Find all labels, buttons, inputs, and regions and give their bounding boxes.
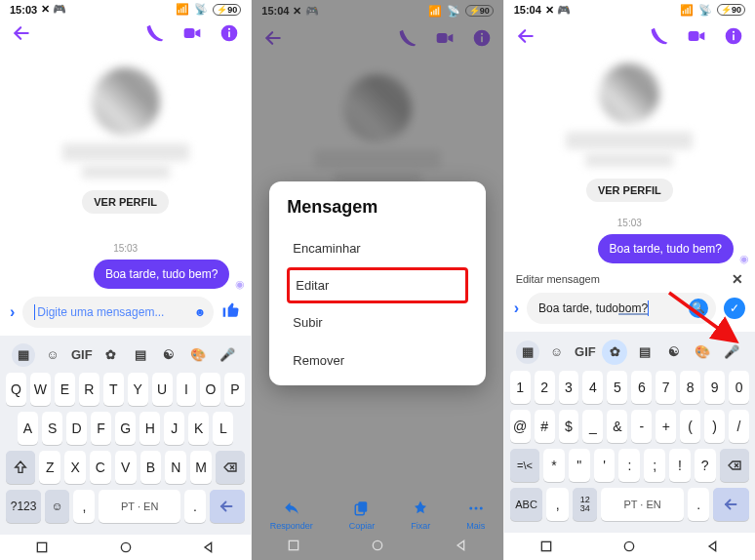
nav-recent-icon[interactable]	[538, 539, 554, 554]
message-input[interactable]: Digite uma mensagem... ☻	[22, 297, 214, 328]
key-f[interactable]: F	[91, 412, 111, 445]
key-6[interactable]: 6	[631, 371, 652, 404]
back-button[interactable]	[12, 23, 31, 47]
key-3[interactable]: 3	[559, 371, 579, 404]
key-q[interactable]: Q	[6, 373, 26, 406]
key-t[interactable]: T	[103, 373, 124, 406]
option-forward[interactable]: Encaminhar	[287, 229, 467, 267]
key-u[interactable]: U	[152, 373, 173, 406]
key-o[interactable]: O	[200, 373, 220, 406]
period-key[interactable]: .	[688, 488, 710, 521]
sticker-icon[interactable]: ☺	[41, 344, 64, 366]
voice-call-button[interactable]	[145, 23, 165, 47]
key-1[interactable]: 1	[510, 371, 531, 404]
key-star[interactable]: *	[543, 449, 565, 482]
key-minus[interactable]: -	[631, 410, 652, 443]
key-s[interactable]: S	[42, 412, 62, 445]
sym-shift-key[interactable]: =\<	[510, 449, 539, 482]
option-bump[interactable]: Subir	[287, 303, 467, 341]
shift-key[interactable]	[6, 451, 35, 484]
voice-call-button[interactable]	[650, 26, 669, 50]
comma-key[interactable]: ,	[73, 490, 95, 523]
key-l[interactable]: L	[213, 412, 233, 445]
composer-expand-button[interactable]: ›	[10, 303, 15, 321]
nav-back-icon[interactable]	[201, 540, 217, 555]
keyboard-menu-icon[interactable]: ▦	[12, 343, 35, 367]
key-m[interactable]: M	[190, 451, 212, 484]
key-plus[interactable]: +	[656, 410, 676, 443]
key-slash[interactable]: /	[729, 410, 749, 443]
key-e[interactable]: E	[55, 373, 75, 406]
key-j[interactable]: J	[164, 412, 184, 445]
key-b[interactable]: B	[140, 451, 162, 484]
key-z[interactable]: Z	[39, 451, 60, 484]
key-i[interactable]: I	[177, 373, 197, 406]
settings-icon[interactable]: ✿	[602, 340, 627, 365]
key-k[interactable]: K	[188, 412, 209, 445]
thumbs-up-button[interactable]	[221, 300, 241, 324]
key-d[interactable]: D	[66, 412, 87, 445]
view-profile-button[interactable]: VER PERFIL	[82, 190, 169, 214]
video-call-button[interactable]	[182, 23, 202, 47]
key-8[interactable]: 8	[680, 371, 700, 404]
key-2[interactable]: 2	[535, 371, 555, 404]
key-x[interactable]: X	[64, 451, 86, 484]
option-remove[interactable]: Remover	[287, 341, 467, 380]
abc-key[interactable]: ABC	[510, 488, 543, 521]
fraction-key[interactable]: 1234	[573, 488, 597, 521]
clipboard-icon[interactable]: ▤	[129, 344, 152, 366]
view-profile-button[interactable]: VER PERFIL	[586, 179, 673, 202]
key-c[interactable]: C	[90, 451, 111, 484]
nav-home-icon[interactable]	[370, 538, 385, 553]
contact-avatar[interactable]	[599, 63, 659, 124]
nav-back-icon[interactable]	[454, 538, 469, 553]
sent-message-bubble[interactable]: Boa tarde, tudo bem? ◉	[94, 260, 229, 289]
sticker-icon[interactable]: ☺	[544, 341, 568, 363]
translate-icon[interactable]: ☯	[157, 344, 180, 366]
key-0[interactable]: 0	[729, 371, 749, 404]
nav-recent-icon[interactable]	[34, 540, 50, 555]
backspace-key[interactable]	[216, 451, 245, 484]
back-button[interactable]	[516, 26, 536, 50]
info-button[interactable]	[724, 26, 743, 50]
key-p[interactable]: P	[224, 373, 245, 406]
key-w[interactable]: W	[30, 373, 51, 406]
keyboard-menu-icon[interactable]: ▦	[516, 340, 539, 364]
mic-icon[interactable]: 🎤	[216, 344, 239, 366]
enter-key[interactable]	[713, 488, 749, 521]
emoji-key[interactable]: ☺	[45, 490, 69, 523]
key-underscore[interactable]: _	[582, 410, 603, 443]
settings-icon[interactable]: ✿	[99, 344, 123, 366]
backspace-key[interactable]	[720, 449, 749, 482]
key-dquote[interactable]: "	[569, 449, 590, 482]
video-call-button[interactable]	[687, 26, 706, 50]
nav-recent-icon[interactable]	[286, 538, 301, 553]
comma-key[interactable]: ,	[546, 488, 569, 521]
period-key[interactable]: .	[184, 490, 206, 523]
key-hash[interactable]: #	[535, 410, 555, 443]
key-a[interactable]: A	[18, 412, 38, 445]
key-dollar[interactable]: $	[559, 410, 579, 443]
action-pin[interactable]: Fixar	[411, 500, 430, 531]
key-lparen[interactable]: (	[680, 410, 700, 443]
key-quest[interactable]: ?	[695, 449, 716, 482]
key-squote[interactable]: '	[594, 449, 616, 482]
key-9[interactable]: 9	[704, 371, 725, 404]
composer-expand-button[interactable]: ›	[514, 300, 519, 317]
emoji-button[interactable]: ☻	[194, 305, 207, 319]
key-y[interactable]: Y	[128, 373, 148, 406]
space-key[interactable]: PT · EN	[99, 490, 179, 523]
gif-button[interactable]: GIF	[574, 341, 597, 363]
key-excl[interactable]: !	[669, 449, 691, 482]
action-copy[interactable]: Copiar	[349, 500, 376, 531]
key-7[interactable]: 7	[656, 371, 676, 404]
key-colon[interactable]: :	[618, 449, 640, 482]
key-g[interactable]: G	[115, 412, 136, 445]
mode-key[interactable]: ?123	[6, 490, 41, 523]
space-key[interactable]: PT · EN	[601, 488, 684, 521]
contact-avatar[interactable]	[92, 67, 160, 136]
nav-home-icon[interactable]	[621, 539, 637, 554]
sent-message-bubble[interactable]: Boa tarde, tudo bem? ◉	[598, 234, 734, 263]
theme-icon[interactable]: 🎨	[186, 344, 210, 366]
key-rparen[interactable]: )	[704, 410, 725, 443]
